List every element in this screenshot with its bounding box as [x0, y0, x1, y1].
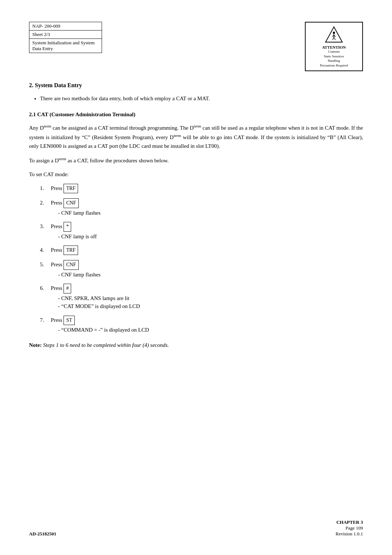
- header-nap: NAP- 200-009: [29, 22, 102, 31]
- step-item-7: 7.Press ST- “COMMAND = -” is displayed o…: [40, 316, 363, 334]
- step-6-bullet-1: - CNF, SPKR, ANS lamps are lit: [58, 294, 363, 303]
- step-num-7: 7.: [40, 316, 51, 324]
- svg-line-6: [334, 37, 335, 40]
- footer-revision: Revision 1.0.1: [336, 531, 363, 537]
- note-bold: Note:: [29, 342, 42, 348]
- step-key-1: TRF: [64, 184, 78, 193]
- step-item-4: 4.Press TRF: [40, 246, 363, 255]
- attention-line2: Static Sensitive: [309, 54, 359, 59]
- step-item-3: 3.Press *- CNF lamp is off: [40, 222, 363, 240]
- step-item-1: 1.Press TRF: [40, 184, 363, 193]
- step-press-1: Press TRF: [51, 184, 363, 193]
- page: NAP- 200-009 Sheet 2/3 System Initializa…: [0, 0, 392, 555]
- step-num-1: 1.: [40, 184, 51, 193]
- attention-lines: Contents Static Sensitive Handling Preca…: [309, 49, 359, 68]
- step-press-6: Press #: [51, 284, 363, 293]
- step-num-3: 3.: [40, 222, 51, 231]
- svg-line-5: [332, 37, 334, 40]
- attention-icon: [325, 25, 343, 44]
- header-sheet: Sheet 2/3: [29, 31, 102, 39]
- step-press-3: Press *: [51, 222, 363, 231]
- step-press-2: Press CNF: [51, 198, 363, 208]
- attention-title: ATTENTION: [309, 45, 359, 49]
- bullet-item-1: There are two methods for data entry, bo…: [40, 94, 363, 103]
- header: NAP- 200-009 Sheet 2/3 System Initializa…: [29, 22, 363, 71]
- step-item-2: 2.Press CNF- CNF lamp flashes: [40, 198, 363, 217]
- para1-super1: term: [44, 124, 52, 128]
- attention-box: ATTENTION Contents Static Sensitive Hand…: [305, 22, 363, 71]
- step-key-2: CNF: [64, 198, 78, 208]
- step-key-6: #: [64, 284, 71, 293]
- bullet-list: There are two methods for data entry, bo…: [40, 94, 363, 103]
- footer-left: AD-25182501: [29, 531, 56, 537]
- attention-line3: Handling: [309, 58, 359, 63]
- step-press-5: Press CNF: [51, 260, 363, 270]
- section21: 2.1 CAT (Customer Administration Termina…: [29, 112, 363, 349]
- step-num-2: 2.: [40, 198, 51, 207]
- para2-super: term: [59, 157, 66, 161]
- step-2-bullet-1: - CNF lamp flashes: [58, 209, 363, 217]
- step-press-7: Press ST: [51, 316, 363, 325]
- step-5-bullet-1: - CNF lamp flashes: [58, 271, 363, 279]
- paragraph2: To assign a Dterm as a CAT, follow the p…: [29, 155, 363, 165]
- footer: AD-25182501 CHAPTER 3 Page 109 Revision …: [29, 519, 363, 537]
- step-6-bullet-2: - “CAT MODE” is displayed on LCD: [58, 302, 363, 311]
- footer-right: CHAPTER 3 Page 109 Revision 1.0.1: [336, 519, 363, 537]
- attention-line4: Precautions Required: [309, 63, 359, 68]
- para1-super2: term: [194, 124, 201, 128]
- header-title: System Initialization and System Data En…: [29, 39, 102, 53]
- step-item-5: 5.Press CNF- CNF lamp flashes: [40, 260, 363, 279]
- para1-mid1: can be assigned as a CAT terminal throug…: [51, 125, 193, 131]
- header-table: NAP- 200-009 Sheet 2/3 System Initializa…: [29, 22, 102, 53]
- attention-line1: Contents: [309, 49, 359, 54]
- note-paragraph: Note: Steps 1 to 6 need to be completed …: [29, 341, 363, 349]
- steps-list: 1.Press TRF2.Press CNF- CNF lamp flashes…: [40, 184, 363, 334]
- step-7-bullet-1: - “COMMAND = -” is displayed on LCD: [58, 326, 363, 334]
- section2: 2. System Data Entry There are two metho…: [29, 82, 363, 103]
- step-key-3: *: [64, 222, 71, 231]
- paragraph1: Any Dterm can be assigned as a CAT termi…: [29, 123, 363, 150]
- svg-point-1: [333, 32, 335, 34]
- step-num-4: 4.: [40, 246, 51, 254]
- step-press-4: Press TRF: [51, 246, 363, 255]
- para2-before: To assign a D: [29, 158, 59, 163]
- step-num-6: 6.: [40, 284, 51, 292]
- step-key-5: CNF: [64, 260, 78, 270]
- section21-title: 2.1 CAT (Customer Administration Termina…: [29, 112, 363, 118]
- step-key-4: TRF: [64, 246, 78, 255]
- note-italic: Steps 1 to 6 need to be completed within…: [42, 342, 169, 348]
- step-3-bullet-1: - CNF lamp is off: [58, 232, 363, 241]
- footer-page: Page 109: [336, 525, 363, 531]
- section2-title: 2. System Data Entry: [29, 82, 363, 89]
- step-item-6: 6.Press #- CNF, SPKR, ANS lamps are lit-…: [40, 284, 363, 310]
- step-key-7: ST: [64, 316, 74, 325]
- footer-chapter: CHAPTER 3: [336, 519, 363, 525]
- paragraph3: To set CAT mode:: [29, 170, 363, 179]
- step-num-5: 5.: [40, 260, 51, 269]
- para1-before: Any D: [29, 125, 44, 131]
- para1-super3: term: [173, 133, 181, 138]
- para2-after: as a CAT, follow the procedures shown be…: [66, 158, 168, 163]
